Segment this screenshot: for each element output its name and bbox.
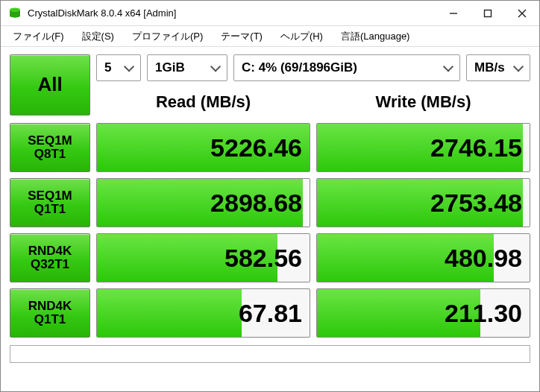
header-read: Read (MB/s): [96, 87, 310, 117]
svg-point-0: [10, 7, 20, 11]
minimize-button[interactable]: [436, 1, 471, 26]
window-title: CrystalDiskMark 8.0.4 x64 [Admin]: [28, 7, 176, 19]
app-icon: [8, 7, 22, 20]
close-button[interactable]: [505, 1, 539, 26]
test-name-line2: Q1T1: [34, 313, 66, 326]
read-value-rnd4k-q1t1: 67.81: [96, 288, 310, 338]
read-number: 582.56: [225, 244, 302, 273]
menu-settings[interactable]: 設定(S): [73, 27, 123, 46]
read-value-rnd4k-q32t1: 582.56: [96, 233, 310, 282]
test-button-rnd4k-q1t1[interactable]: RND4K Q1T1: [10, 288, 90, 338]
test-name-line1: SEQ1M: [28, 189, 72, 203]
menu-help[interactable]: ヘルプ(H): [271, 27, 332, 46]
test-name-line1: SEQ1M: [28, 134, 72, 148]
menu-language[interactable]: 言語(Language): [332, 27, 419, 46]
drive-value: C: 4% (69/1896GiB): [242, 60, 357, 75]
menu-file[interactable]: ファイル(F): [4, 27, 73, 46]
test-name-line1: RND4K: [28, 244, 72, 258]
write-number: 2753.48: [430, 189, 522, 218]
menu-profile[interactable]: プロファイル(P): [123, 27, 212, 46]
unit-select[interactable]: MB/s: [466, 54, 530, 81]
write-value-rnd4k-q32t1: 480.98: [316, 233, 530, 282]
read-value-seq1m-q8t1: 5226.46: [96, 123, 310, 172]
read-number: 5226.46: [210, 133, 302, 162]
menubar: ファイル(F) 設定(S) プロファイル(P) テーマ(T) ヘルプ(H) 言語…: [1, 26, 539, 47]
menu-theme[interactable]: テーマ(T): [212, 27, 271, 46]
write-number: 2746.15: [430, 133, 522, 162]
runs-value: 5: [104, 60, 111, 75]
write-number: 480.98: [445, 244, 522, 273]
read-value-seq1m-q1t1: 2898.68: [96, 178, 310, 227]
write-value-seq1m-q1t1: 2753.48: [316, 178, 530, 227]
drive-select[interactable]: C: 4% (69/1896GiB): [233, 54, 460, 81]
svg-point-1: [10, 13, 20, 17]
write-value-rnd4k-q1t1: 211.30: [316, 288, 530, 338]
test-button-rnd4k-q32t1[interactable]: RND4K Q32T1: [10, 233, 90, 282]
status-bar: [10, 345, 530, 363]
read-bar: [97, 289, 242, 337]
test-name-line2: Q32T1: [31, 258, 69, 271]
test-button-seq1m-q1t1[interactable]: SEQ1M Q1T1: [10, 178, 90, 227]
unit-value: MB/s: [474, 60, 505, 75]
header-write: Write (MB/s): [316, 87, 530, 117]
test-name-line2: Q1T1: [34, 203, 66, 216]
titlebar: CrystalDiskMark 8.0.4 x64 [Admin]: [1, 1, 539, 26]
write-number: 211.30: [445, 299, 522, 328]
content-area: All 5 1GiB C: 4% (69/1896GiB) MB/s Read …: [1, 47, 539, 338]
test-name-line2: Q8T1: [34, 148, 66, 161]
size-select[interactable]: 1GiB: [147, 54, 227, 81]
read-number: 67.81: [239, 299, 302, 328]
test-name-line1: RND4K: [28, 300, 72, 313]
test-button-seq1m-q8t1[interactable]: SEQ1M Q8T1: [10, 123, 90, 172]
svg-rect-3: [485, 10, 492, 16]
read-number: 2898.68: [210, 189, 302, 218]
runs-select[interactable]: 5: [96, 54, 141, 81]
maximize-button[interactable]: [471, 1, 505, 26]
size-value: 1GiB: [155, 60, 185, 75]
write-value-seq1m-q8t1: 2746.15: [316, 123, 530, 172]
